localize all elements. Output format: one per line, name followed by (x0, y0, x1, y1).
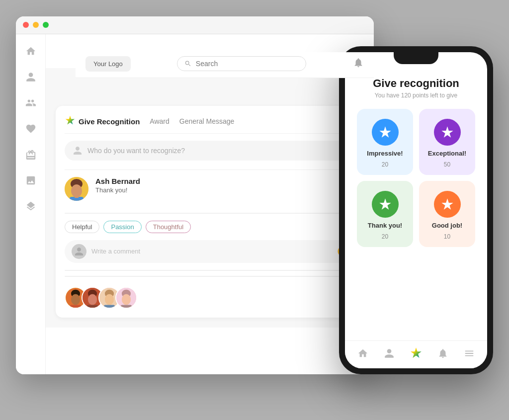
star-icon-exceptional (440, 125, 454, 139)
traffic-light-green[interactable] (43, 22, 49, 28)
divider2 (65, 270, 355, 271)
svg-point-15 (105, 294, 114, 305)
rec-card-thankyou[interactable]: Thank you! 20 (357, 181, 413, 247)
phone-nav-menu[interactable] (464, 348, 475, 361)
tab-award[interactable]: Award (150, 117, 169, 125)
divider3 (65, 276, 355, 277)
tab-give-recognition-label: Give Recognition (79, 117, 140, 126)
card-points-goodjob: 10 (444, 233, 450, 240)
svg-rect-4 (75, 195, 79, 198)
sidebar (16, 34, 46, 374)
svg-point-7 (71, 294, 80, 305)
phone-body: Give recognition You have 120 points lef… (345, 52, 487, 340)
stacked-avatar-4 (115, 287, 137, 309)
sidebar-item-gallery[interactable] (24, 173, 38, 187)
tab-general-message[interactable]: General Message (179, 117, 235, 125)
bell-icon[interactable] (353, 57, 364, 71)
topbar: Your Logo (76, 52, 374, 78)
svg-rect-12 (87, 305, 98, 307)
phone-nav-notifications[interactable] (437, 348, 448, 361)
phone-bottom-nav (345, 340, 487, 368)
mobile-phone: Give recognition You have 120 points lef… (339, 46, 493, 374)
post-item: Ash Bernard Thank you! ⋮ (65, 169, 355, 208)
badge-goodjob (434, 191, 461, 218)
comment-placeholder: Write a comment (91, 248, 332, 255)
post-tags: Helpful Passion Thoughtful (65, 221, 355, 233)
svg-rect-8 (70, 305, 81, 307)
svg-point-19 (122, 294, 131, 305)
star-icon-thankyou (378, 197, 392, 211)
badge-thankyou (372, 191, 399, 218)
svg-rect-16 (104, 305, 115, 307)
badge-impressive (372, 119, 399, 146)
tab-give-recognition[interactable]: Give Recognition (65, 115, 140, 128)
card-points-thankyou: 20 (382, 233, 388, 240)
rec-card-impressive[interactable]: Impressive! 20 (357, 109, 413, 175)
phone-nav-home[interactable] (357, 348, 368, 361)
badge-exceptional (434, 119, 461, 146)
recognition-star-icon (65, 115, 76, 128)
recognition-grid: Impressive! 20 Exceptional! 50 (355, 109, 477, 247)
star-icon-impressive (378, 125, 392, 139)
star-icon-goodjob (440, 197, 454, 211)
avatar (65, 177, 88, 201)
phone-nav-profile[interactable] (384, 348, 395, 361)
person-icon (73, 146, 83, 156)
sidebar-item-profile[interactable] (24, 70, 38, 84)
star-multi-icon (65, 115, 76, 126)
divider (65, 213, 355, 214)
sidebar-item-layers[interactable] (24, 199, 38, 213)
commenter-avatar (72, 244, 86, 259)
post-message: Thank you! (95, 186, 339, 194)
rec-card-exceptional[interactable]: Exceptional! 50 (419, 109, 475, 175)
phone-subtitle: You have 120 points left to give (355, 92, 477, 99)
sidebar-item-team[interactable] (24, 96, 38, 110)
phone-screen: Give recognition You have 120 points lef… (345, 52, 487, 368)
tag-thoughtful: Thoughtful (146, 221, 191, 233)
sidebar-item-gifts[interactable] (24, 148, 38, 162)
logo-button[interactable]: Your Logo (85, 56, 131, 72)
phone-frame: Give recognition You have 120 points lef… (339, 46, 493, 374)
card-label-exceptional: Exceptional! (428, 150, 466, 157)
card-label-thankyou: Thank you! (368, 222, 402, 229)
who-input[interactable]: Who do you want to recognize? (65, 141, 355, 161)
search-input[interactable] (196, 60, 299, 68)
tag-helpful: Helpful (65, 221, 99, 233)
post-content: Ash Bernard Thank you! (95, 177, 339, 194)
window-titlebar (16, 16, 374, 34)
user-avatar-svg (65, 177, 88, 201)
recognition-tabs: Give Recognition Award General Message (65, 115, 355, 134)
search-bar[interactable] (177, 56, 306, 71)
svg-rect-20 (121, 305, 132, 307)
who-placeholder-text: Who do you want to recognize? (87, 147, 185, 155)
commenter-icon (74, 247, 84, 256)
search-icon (184, 60, 191, 68)
traffic-light-yellow[interactable] (33, 22, 39, 28)
desktop-window: Your Logo (16, 16, 374, 374)
traffic-light-red[interactable] (23, 22, 29, 28)
card-label-impressive: Impressive! (367, 150, 403, 157)
tag-passion: Passion (103, 221, 141, 233)
phone-title: Give recognition (355, 77, 477, 90)
card-label-goodjob: Good job! (432, 222, 462, 229)
phone-nav-recognition[interactable] (410, 346, 423, 362)
card-points-exceptional: 50 (444, 161, 450, 168)
avatar-stack (65, 287, 355, 309)
post-author-name: Ash Bernard (95, 177, 339, 185)
rec-card-goodjob[interactable]: Good job! 10 (419, 181, 475, 247)
sidebar-item-favorites[interactable] (24, 122, 38, 136)
phone-notch (394, 52, 438, 64)
card-points-impressive: 20 (382, 161, 388, 168)
feed-card: Give Recognition Award General Message W… (56, 106, 364, 318)
svg-point-11 (88, 294, 97, 305)
sidebar-item-home[interactable] (24, 44, 38, 58)
comment-box[interactable]: Write a comment 🙂 (65, 240, 355, 263)
